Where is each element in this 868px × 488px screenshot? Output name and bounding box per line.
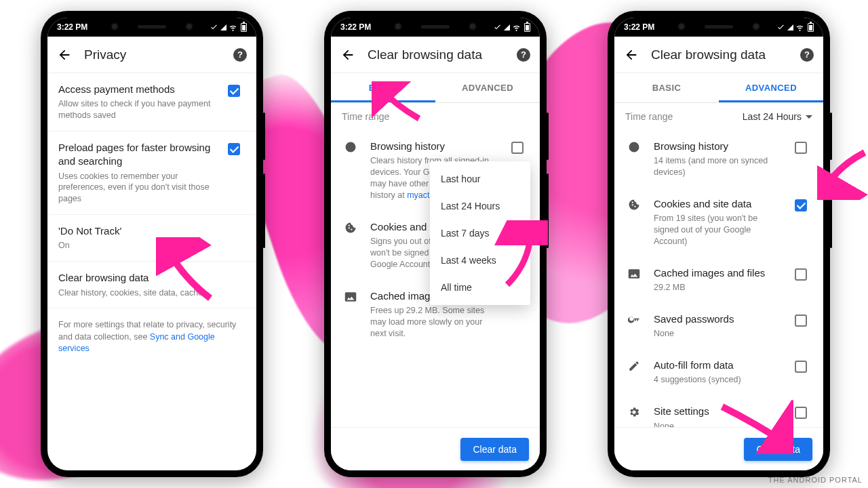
phone-notch bbox=[101, 18, 203, 35]
back-button[interactable] bbox=[338, 45, 358, 65]
help-button[interactable]: ? bbox=[800, 48, 814, 62]
time-range-label: Time range bbox=[625, 111, 743, 122]
time-range-popup: Last hour Last 24 Hours Last 7 days Last… bbox=[430, 161, 530, 305]
row-autofill[interactable]: Auto-fill form data 4 suggestions (synce… bbox=[614, 349, 823, 395]
checkbox[interactable] bbox=[795, 314, 807, 327]
wifi-icon bbox=[229, 23, 237, 32]
status-time: 3:22 PM bbox=[57, 22, 87, 32]
row-subtitle: None bbox=[654, 328, 784, 340]
page-title: Clear browsing data bbox=[368, 47, 517, 62]
tab-bar: BASIC ADVANCED bbox=[331, 73, 540, 103]
toolbar: Clear browsing data ? bbox=[614, 37, 823, 73]
row-title: Auto-fill form data bbox=[654, 359, 784, 372]
status-time: 3:22 PM bbox=[624, 22, 654, 32]
time-option[interactable]: Last 24 Hours bbox=[430, 192, 530, 220]
watermark: THE ANDROID PORTAL bbox=[768, 476, 863, 484]
row-title: Browsing history bbox=[370, 140, 500, 153]
cookie-icon bbox=[342, 220, 359, 234]
phone-notch bbox=[668, 18, 770, 35]
action-bar: Clear data bbox=[331, 427, 540, 470]
arrow-back-icon bbox=[340, 47, 355, 62]
action-bar: Clear data bbox=[614, 427, 823, 470]
row-title: Saved passwords bbox=[654, 312, 784, 326]
tab-basic[interactable]: BASIC bbox=[331, 73, 435, 102]
time-option[interactable]: Last hour bbox=[430, 165, 530, 192]
row-payment-methods[interactable]: Access payment methods Allow sites to ch… bbox=[47, 73, 256, 131]
row-title: Site settings bbox=[654, 405, 784, 418]
arrow-back-icon bbox=[624, 47, 639, 62]
row-subtitle: 29.2 MB bbox=[654, 282, 784, 293]
checkbox[interactable] bbox=[511, 142, 524, 154]
status-icons bbox=[776, 23, 814, 32]
time-option[interactable]: All time bbox=[430, 274, 530, 301]
phone-frame-1: 3:22 PM Privacy ? Access payment methods… bbox=[41, 11, 263, 477]
row-clear-browsing-data[interactable]: Clear browsing data Clear history, cooki… bbox=[47, 262, 256, 308]
help-button[interactable]: ? bbox=[233, 48, 247, 62]
time-range-label: Time range bbox=[342, 111, 529, 122]
image-icon bbox=[625, 266, 643, 280]
row-passwords[interactable]: Saved passwords None bbox=[614, 303, 823, 349]
time-option[interactable]: Last 4 weeks bbox=[430, 247, 530, 274]
clear-data-button[interactable]: Clear data bbox=[744, 438, 812, 461]
row-title: Cached images and files bbox=[654, 266, 784, 280]
pencil-icon bbox=[625, 359, 643, 372]
checkbox[interactable] bbox=[795, 142, 807, 154]
cookie-icon bbox=[625, 197, 643, 211]
status-icons bbox=[493, 23, 530, 32]
history-icon bbox=[625, 140, 643, 153]
history-icon bbox=[342, 140, 359, 153]
time-range-row[interactable]: Time range Last 24 Hours bbox=[614, 103, 823, 130]
time-option[interactable]: Last 7 days bbox=[430, 220, 530, 247]
tab-advanced[interactable]: ADVANCED bbox=[719, 73, 823, 102]
settings-footnote: For more settings that relate to privacy… bbox=[47, 308, 256, 366]
phone-frame-2: 3:22 PM Clear browsing data ? BASIC ADVA… bbox=[324, 11, 547, 477]
back-button[interactable] bbox=[54, 45, 75, 65]
back-button[interactable] bbox=[621, 45, 642, 65]
page-title: Clear browsing data bbox=[651, 47, 800, 62]
phone-notch bbox=[384, 18, 486, 35]
tab-basic[interactable]: BASIC bbox=[614, 73, 719, 102]
key-icon bbox=[625, 312, 643, 326]
row-title: Preload pages for faster browsing and se… bbox=[58, 141, 217, 169]
row-browsing-history[interactable]: Browsing history 14 items (and more on s… bbox=[614, 130, 823, 188]
toolbar: Clear browsing data ? bbox=[331, 37, 540, 73]
clear-data-button[interactable]: Clear data bbox=[460, 438, 529, 461]
checkbox-checked[interactable] bbox=[228, 85, 240, 97]
row-title: Access payment methods bbox=[58, 83, 217, 96]
row-cache[interactable]: Cached images and files 29.2 MB bbox=[614, 257, 823, 303]
settings-icon bbox=[625, 405, 643, 418]
row-do-not-track[interactable]: 'Do Not Track' On bbox=[47, 215, 256, 262]
checkbox-checked[interactable] bbox=[228, 143, 240, 155]
row-cookies[interactable]: Cookies and site data From 19 sites (you… bbox=[614, 188, 823, 257]
row-title: 'Do Not Track' bbox=[58, 224, 245, 238]
time-range-row[interactable]: Time range bbox=[331, 103, 540, 130]
row-subtitle: 4 suggestions (synced) bbox=[654, 374, 784, 386]
checkbox[interactable] bbox=[795, 268, 807, 281]
image-icon bbox=[342, 289, 359, 303]
status-icons bbox=[210, 23, 247, 32]
battery-icon bbox=[241, 23, 247, 32]
row-preload-pages[interactable]: Preload pages for faster browsing and se… bbox=[47, 131, 256, 215]
row-subtitle: 14 items (and more on synced devices) bbox=[654, 155, 784, 178]
row-subtitle: From 19 sites (you won't be signed out o… bbox=[654, 213, 784, 247]
help-button[interactable]: ? bbox=[517, 48, 530, 62]
checkbox[interactable] bbox=[795, 361, 807, 373]
row-subtitle: Allow sites to check if you have payment… bbox=[58, 98, 217, 121]
row-subtitle: On bbox=[58, 240, 245, 251]
checkbox-checked[interactable] bbox=[795, 199, 807, 211]
arrow-back-icon bbox=[57, 47, 72, 62]
time-range-value: Last 24 Hours bbox=[743, 111, 802, 122]
row-title: Browsing history bbox=[654, 140, 784, 153]
status-time: 3:22 PM bbox=[340, 22, 371, 32]
tab-advanced[interactable]: ADVANCED bbox=[435, 73, 540, 102]
toolbar: Privacy ? bbox=[47, 37, 256, 73]
chevron-down-icon bbox=[806, 115, 812, 119]
phone-frame-3: 3:22 PM Clear browsing data ? BASIC ADVA… bbox=[608, 11, 830, 477]
row-subtitle: Frees up 29.2 MB. Some sites may load mo… bbox=[370, 305, 500, 340]
row-subtitle: Uses cookies to remember your preference… bbox=[58, 171, 217, 205]
row-title: Clear browsing data bbox=[58, 271, 245, 285]
tab-bar: BASIC ADVANCED bbox=[614, 73, 823, 103]
checkbox[interactable] bbox=[795, 407, 807, 419]
row-title: Cookies and site data bbox=[654, 197, 784, 211]
row-subtitle: Clear history, cookies, site data, cache… bbox=[58, 287, 245, 299]
